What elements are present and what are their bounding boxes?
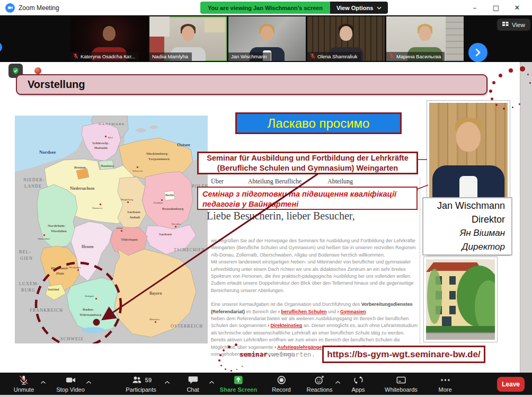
toolbar-button-participants[interactable]: 59Participants (126, 374, 156, 393)
muted-mic-icon (389, 53, 394, 59)
toolbar-label: Unmute (14, 386, 34, 393)
seminar-uk-line2: педагогів у Вайнгартені (202, 199, 412, 209)
map-label-by: Bayern (149, 291, 162, 296)
decorative-dot (489, 90, 492, 93)
site-text: Eine unserer Kernaufgaben ist die Organi… (211, 302, 361, 307)
video-strip: Kateryna Osadcha Кат...Nadiia MamlyhaJan… (0, 15, 532, 62)
map-city-schwerin: Schwerin (132, 170, 143, 172)
website-url: https://bs-gym-wgt.seminare-bw.de/ (327, 349, 480, 360)
view-layout-button[interactable]: View (497, 19, 530, 31)
toolbar-button-reactions[interactable]: Reactions (307, 374, 333, 393)
chat-icon (187, 374, 199, 386)
toolbar-button-share-screen[interactable]: Share Screen (220, 374, 257, 393)
toolbar-button-stop-video[interactable]: Stop Video (56, 374, 85, 393)
previous-participants-button[interactable] (0, 42, 2, 52)
site-paragraph: Neben dem Referendariat bieten wir als w… (211, 315, 420, 337)
connector-line-1 (417, 185, 428, 189)
view-button-label: View (512, 22, 525, 28)
website-body-text: wir begrüßen Sie auf der Homepage des Se… (211, 237, 420, 358)
stop-video-icon (64, 374, 77, 386)
map-city-wiesbaden: Wiesbaden (69, 266, 81, 269)
next-participants-button[interactable] (468, 43, 487, 62)
map-label-hh: Hamburg (101, 164, 114, 167)
map-label-ostsee: Ostsee (177, 142, 190, 147)
screen-share-banner: You are viewing Jan Wischmann's screen (200, 2, 330, 14)
map-city-duesseldorf: Düsseldorf (38, 237, 50, 240)
toolbar-label: Record (272, 386, 290, 393)
seminar-uk-line1: Семінар з підготовки та підвищення квалі… (202, 189, 412, 199)
unmute-icon (18, 374, 30, 386)
website-url-box: https://bs-gym-wgt.seminare-bw.de/ (322, 346, 485, 363)
toolbar-caret-participants[interactable] (164, 378, 170, 386)
participant-name: Nadiia Mamlyha (152, 54, 188, 59)
toolbar-caret-unmute[interactable] (40, 378, 46, 386)
toolbar-caret-chat[interactable] (209, 378, 215, 386)
toolbar-label: Share Screen (220, 386, 257, 393)
close-button[interactable]: ✕ (507, 0, 528, 15)
toolbar-button-record[interactable]: Record (272, 374, 290, 393)
whiteboards-icon (395, 374, 407, 386)
participant-tile[interactable]: Kateryna Osadcha Кат... (70, 16, 148, 61)
site-text: und (327, 309, 338, 314)
participant-tile[interactable]: Nadiia Mamlyha (149, 16, 227, 61)
director-role: Direktor (423, 213, 505, 226)
reactions-icon (313, 374, 326, 386)
map-city-muenchen: München (149, 318, 159, 321)
toolbar-button-chat[interactable]: Chat (187, 374, 199, 393)
decorative-dot (495, 104, 498, 106)
apps-icon (352, 374, 364, 386)
decorative-dot (527, 74, 529, 75)
map-label-mv1: Mecklenburg- (146, 152, 169, 156)
leave-button[interactable]: Leave (497, 377, 525, 392)
app-title: Zoom Meeting (19, 4, 59, 12)
toolbar-caret-stop-video[interactable] (86, 378, 92, 386)
germany-map: Nordsee Ostsee DÄNEMARK NIEDER- LANDE PO… (15, 116, 208, 343)
decorative-dot (225, 368, 226, 370)
map-label-st2: Anhalt (129, 215, 140, 219)
participant-tile[interactable]: Jan Wischmann (228, 16, 306, 61)
toolbar-button-whiteboards[interactable]: Whiteboards (385, 374, 418, 393)
participant-face (340, 26, 352, 41)
toolbar-button-apps[interactable]: Apps (351, 374, 365, 393)
toolbar-button-unmute[interactable]: Unmute (14, 374, 34, 393)
titlebar: Zoom Meeting You are viewing Jan Wischma… (0, 0, 532, 15)
toolbar-label: Participants (126, 386, 156, 393)
share-screen-icon (233, 374, 244, 386)
map-label-belgien-1: BEL- (19, 250, 31, 254)
participant-name-label: Olena Shamraliuk (307, 52, 361, 61)
site-text: im Bereich der (245, 309, 278, 314)
seminar-building-photo (424, 257, 497, 342)
decorative-dot (529, 82, 531, 84)
map-label-bb: Brandenburg (162, 207, 184, 211)
site-logo-part1: seminar. (240, 350, 271, 358)
director-caption: Jan Wischmann Direktor Ян Вішман Директо… (422, 197, 512, 255)
maximize-button[interactable]: □ (485, 0, 507, 15)
toolbar-caret-reactions[interactable] (335, 378, 341, 386)
participant-name-label: Kateryna Osadcha Кат... (70, 52, 139, 61)
zoom-logo-icon (5, 3, 15, 13)
map-label-ni: Niedersachsen (70, 186, 95, 191)
participant-tile[interactable]: Olena Shamraliuk (307, 16, 385, 61)
decorative-dot (218, 359, 220, 361)
participant-tile[interactable]: Марина Васильєва (386, 16, 464, 61)
decorative-dot (223, 349, 225, 351)
decorative-dot (520, 66, 525, 72)
slide-title: Vorstellung (28, 78, 85, 91)
map-label-nw2: Westfalen (51, 229, 67, 233)
decorative-dot (228, 346, 230, 348)
participant-name-label: Jan Wischmann (228, 52, 271, 61)
site-logo-part2: weingarten. (271, 350, 315, 358)
record-icon (276, 374, 287, 386)
map-city-potsdam: Potsdam (154, 201, 163, 204)
map-label-belgien-2: GIEN (20, 256, 33, 261)
meeting-toolbar: UnmuteStop Video59ParticipantsChatShare … (0, 373, 532, 395)
minimize-button[interactable]: – (464, 0, 485, 15)
recording-dot-icon (34, 67, 41, 74)
toolbar-label: Reactions (307, 386, 333, 393)
site-link: Direkteinstieg (271, 323, 303, 328)
toolbar-button-more[interactable]: More (438, 374, 451, 393)
more-icon (439, 374, 451, 386)
seminar-title-line1: Seminar für Ausbildung und Fortbildung d… (207, 153, 409, 163)
view-options-button[interactable]: View Options (330, 2, 388, 14)
decorative-dot (236, 369, 237, 370)
